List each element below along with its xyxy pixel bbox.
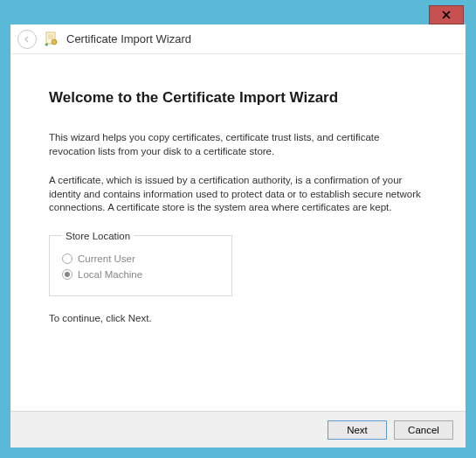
back-arrow-icon bbox=[23, 31, 31, 47]
wizard-content: Welcome to the Certificate Import Wizard… bbox=[10, 54, 466, 411]
store-location-group: Store Location Current User Local Machin… bbox=[49, 231, 232, 296]
store-location-legend: Store Location bbox=[62, 231, 134, 241]
intro-paragraph-1: This wizard helps you copy certificates,… bbox=[49, 131, 427, 158]
intro-paragraph-2: A certificate, which is issued by a cert… bbox=[49, 174, 427, 215]
radio-current-user[interactable]: Current User bbox=[62, 253, 219, 264]
next-button-label: Next bbox=[347, 425, 368, 435]
next-button[interactable]: Next bbox=[328, 420, 387, 440]
close-icon bbox=[442, 7, 451, 23]
wizard-footer: Next Cancel bbox=[10, 411, 466, 448]
radio-label: Local Machine bbox=[78, 269, 142, 280]
cancel-button-label: Cancel bbox=[408, 425, 439, 435]
radio-icon bbox=[62, 253, 72, 264]
titlebar: Certificate Import Wizard bbox=[10, 24, 466, 54]
close-button[interactable] bbox=[429, 5, 464, 24]
page-heading: Welcome to the Certificate Import Wizard bbox=[49, 89, 427, 107]
window-frame: Certificate Import Wizard Welcome to the… bbox=[0, 0, 476, 458]
radio-local-machine[interactable]: Local Machine bbox=[62, 269, 219, 280]
window-title: Certificate Import Wizard bbox=[66, 32, 191, 45]
svg-point-6 bbox=[52, 39, 57, 45]
back-button[interactable] bbox=[17, 30, 37, 49]
radio-label: Current User bbox=[78, 253, 135, 264]
radio-icon bbox=[62, 269, 72, 280]
cancel-button[interactable]: Cancel bbox=[394, 420, 453, 440]
continue-instruction: To continue, click Next. bbox=[49, 312, 427, 326]
certificate-icon bbox=[44, 31, 59, 47]
